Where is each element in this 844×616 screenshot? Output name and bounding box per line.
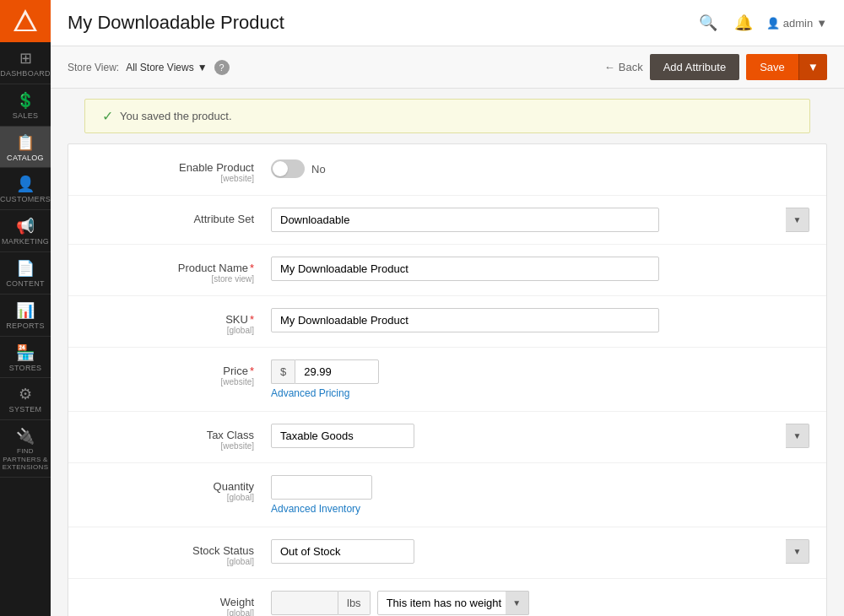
sidebar-item-catalog-label: Catalog: [7, 154, 44, 163]
product-name-input[interactable]: [271, 257, 659, 281]
page-title: My Downloadable Product: [68, 12, 284, 34]
sidebar-item-stores[interactable]: 🏪 Stores: [0, 337, 51, 379]
sidebar-item-content[interactable]: 📄 Content: [0, 252, 51, 294]
sidebar-item-marketing-label: Marketing: [2, 237, 49, 246]
advanced-pricing-link[interactable]: Advanced Pricing: [271, 387, 809, 399]
username: admin: [783, 17, 813, 30]
sidebar-item-customers-label: Customers: [0, 195, 51, 204]
store-view-value: All Store Views: [126, 62, 193, 73]
success-message-bar: ✓ You saved the product.: [84, 99, 810, 133]
header-actions: 🔍 🔔 👤 admin ▼: [695, 10, 827, 35]
back-button[interactable]: ← Back: [604, 61, 643, 73]
no-weight-select[interactable]: This item has no weight This item has we…: [377, 591, 529, 615]
attribute-set-select-wrap: Downloadable Default Simple ▼: [271, 208, 809, 232]
tax-class-control: Taxable Goods None ▼: [271, 424, 809, 448]
price-row: Price* [website] $ Advanced Pricing: [68, 348, 826, 412]
sidebar-item-catalog[interactable]: 📋 Catalog: [0, 127, 51, 169]
page-header: My Downloadable Product 🔍 🔔 👤 admin ▼: [51, 0, 844, 46]
price-control: $ Advanced Pricing: [271, 359, 809, 399]
store-view-label: Store View:: [68, 62, 119, 73]
sidebar-item-dashboard-label: Dashboard: [0, 69, 51, 78]
tax-class-row: Tax Class [website] Taxable Goods None ▼: [68, 412, 826, 463]
attribute-set-label: Attribute Set: [85, 208, 271, 225]
sidebar-item-system[interactable]: ⚙ System: [0, 378, 51, 420]
attribute-set-control: Downloadable Default Simple ▼: [271, 208, 809, 232]
quantity-row: Quantity [global] Advanced Inventory: [68, 463, 826, 527]
store-view-selector: Store View: All Store Views ▼ ?: [68, 60, 230, 75]
stock-status-select-arrow: ▼: [786, 539, 809, 564]
sku-input[interactable]: [271, 308, 659, 332]
weight-input[interactable]: [271, 591, 338, 615]
enable-product-toggle-wrap: No: [271, 156, 809, 178]
tax-class-select[interactable]: Taxable Goods None: [271, 424, 414, 448]
stores-icon: 🏪: [16, 343, 35, 362]
weight-unit: lbs: [338, 591, 371, 615]
weight-field-wrap: lbs: [271, 591, 371, 615]
save-dropdown-button[interactable]: ▼: [798, 54, 827, 80]
weight-label: Weight [global]: [85, 591, 271, 616]
reports-icon: 📊: [16, 301, 35, 320]
weight-row: Weight [global] lbs This item has no wei…: [68, 579, 826, 616]
stock-status-select[interactable]: In Stock Out of Stock: [271, 539, 414, 564]
success-icon: ✓: [102, 108, 113, 124]
success-text: You saved the product.: [120, 110, 232, 122]
sku-control: [271, 308, 809, 332]
back-arrow-icon: ←: [604, 61, 615, 73]
sidebar-item-extensions[interactable]: 🔌 Find Partners & Extensions: [0, 420, 51, 478]
attribute-set-select[interactable]: Downloadable Default Simple: [271, 208, 659, 232]
add-attribute-button[interactable]: Add Attribute: [650, 54, 739, 80]
price-input[interactable]: [295, 359, 379, 384]
stock-status-control: In Stock Out of Stock ▼: [271, 539, 809, 564]
enable-product-row: Enable Product [website] No: [68, 144, 826, 196]
quantity-input[interactable]: [271, 475, 372, 500]
sidebar-item-reports[interactable]: 📊 Reports: [0, 294, 51, 337]
back-label: Back: [619, 61, 643, 73]
advanced-inventory-link[interactable]: Advanced Inventory: [271, 503, 809, 515]
toggle-knob: [273, 161, 288, 176]
sidebar-item-dashboard[interactable]: ⊞ Dashboard: [0, 42, 51, 84]
content-area: ✓ You saved the product. Enable Product …: [51, 89, 844, 616]
sidebar-logo: [0, 0, 51, 42]
save-button[interactable]: Save: [746, 54, 798, 80]
tax-class-label: Tax Class [website]: [85, 424, 271, 451]
sku-row: SKU* [global]: [68, 296, 826, 348]
search-icon[interactable]: 🔍: [695, 10, 721, 35]
save-dropdown-icon: ▼: [808, 61, 819, 73]
user-icon: 👤: [766, 17, 780, 30]
enable-product-control: No: [271, 156, 809, 178]
sidebar-item-content-label: Content: [6, 279, 45, 289]
product-name-label: Product Name* [store view]: [85, 257, 271, 284]
sidebar-item-extensions-label: Find Partners & Extensions: [0, 447, 51, 472]
price-input-group: $: [271, 359, 809, 384]
enable-product-toggle[interactable]: [271, 159, 305, 178]
tax-class-select-wrap: Taxable Goods None ▼: [271, 424, 809, 448]
user-menu[interactable]: 👤 admin ▼: [766, 17, 827, 30]
extensions-icon: 🔌: [16, 427, 35, 446]
tax-class-select-arrow: ▼: [786, 424, 809, 448]
store-view-select[interactable]: All Store Views ▼: [126, 62, 207, 73]
customers-icon: 👤: [16, 175, 35, 193]
product-name-control: [271, 257, 809, 281]
product-form: Enable Product [website] No Attribute Se…: [68, 143, 827, 616]
system-icon: ⚙: [19, 385, 32, 403]
save-button-group: Save ▼: [746, 54, 827, 80]
sidebar-item-sales[interactable]: 💲 Sales: [0, 84, 51, 127]
sidebar-item-stores-label: Stores: [9, 364, 42, 373]
sidebar-item-sales-label: Sales: [13, 111, 39, 121]
main-area: My Downloadable Product 🔍 🔔 👤 admin ▼ St…: [51, 0, 844, 616]
sidebar-item-customers[interactable]: 👤 Customers: [0, 168, 51, 210]
stock-status-row: Stock Status [global] In Stock Out of St…: [68, 527, 826, 579]
catalog-icon: 📋: [16, 133, 35, 152]
stock-status-select-wrap: In Stock Out of Stock ▼: [271, 539, 809, 564]
help-icon[interactable]: ?: [214, 60, 230, 75]
stock-status-label: Stock Status [global]: [85, 539, 271, 566]
sidebar-item-marketing[interactable]: 📢 Marketing: [0, 210, 51, 252]
sidebar-item-reports-label: Reports: [6, 322, 44, 331]
content-icon: 📄: [16, 259, 35, 278]
sku-label: SKU* [global]: [85, 308, 271, 335]
toolbar: Store View: All Store Views ▼ ? ← Back A…: [51, 46, 844, 89]
help-label: ?: [219, 62, 224, 73]
notifications-icon[interactable]: 🔔: [731, 10, 756, 35]
sidebar-item-system-label: System: [9, 405, 42, 414]
quantity-control: Advanced Inventory: [271, 475, 809, 515]
